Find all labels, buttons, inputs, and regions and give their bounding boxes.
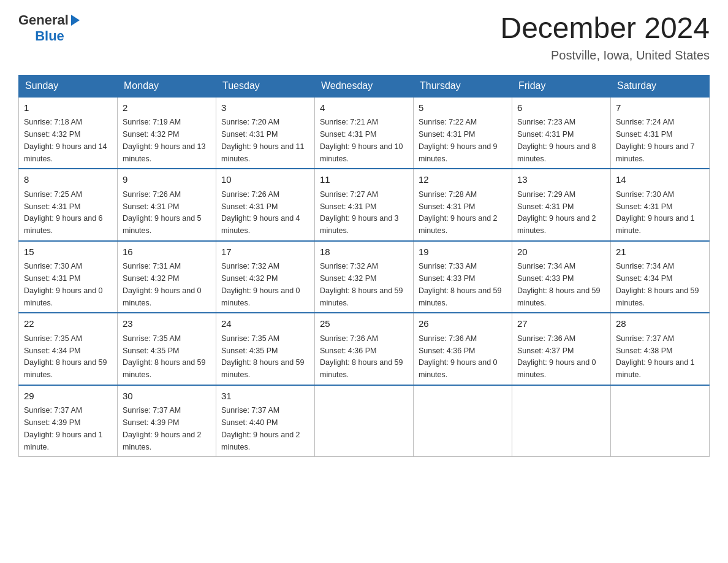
day-number: 25 <box>320 317 408 331</box>
calendar-cell: 21 Sunrise: 7:34 AMSunset: 4:34 PMDaylig… <box>611 241 710 313</box>
calendar-table: Sunday Monday Tuesday Wednesday Thursday… <box>18 75 710 458</box>
day-info: Sunrise: 7:34 AMSunset: 4:34 PMDaylight:… <box>616 262 699 307</box>
page-title: December 2024 <box>500 12 710 45</box>
calendar-cell: 26 Sunrise: 7:36 AMSunset: 4:36 PMDaylig… <box>414 313 512 385</box>
calendar-cell: 20 Sunrise: 7:34 AMSunset: 4:33 PMDaylig… <box>512 241 611 313</box>
calendar-cell: 10 Sunrise: 7:26 AMSunset: 4:31 PMDaylig… <box>216 169 315 241</box>
calendar-cell: 11 Sunrise: 7:27 AMSunset: 4:31 PMDaylig… <box>315 169 414 241</box>
header-tuesday: Tuesday <box>216 75 315 97</box>
day-number: 22 <box>24 317 112 331</box>
day-number: 3 <box>221 101 309 115</box>
calendar-cell: 17 Sunrise: 7:32 AMSunset: 4:32 PMDaylig… <box>216 241 315 313</box>
calendar-cell: 8 Sunrise: 7:25 AMSunset: 4:31 PMDayligh… <box>19 169 118 241</box>
day-number: 5 <box>419 101 507 115</box>
day-number: 12 <box>419 173 507 187</box>
calendar-cell: 12 Sunrise: 7:28 AMSunset: 4:31 PMDaylig… <box>414 169 512 241</box>
day-info: Sunrise: 7:32 AMSunset: 4:32 PMDaylight:… <box>320 262 403 307</box>
logo: General Blue <box>18 12 81 44</box>
calendar-cell: 30 Sunrise: 7:37 AMSunset: 4:39 PMDaylig… <box>118 385 216 457</box>
calendar-cell <box>611 385 710 457</box>
day-number: 31 <box>221 389 309 404</box>
day-info: Sunrise: 7:35 AMSunset: 4:34 PMDaylight:… <box>24 334 107 379</box>
day-number: 20 <box>517 245 605 259</box>
calendar-cell: 31 Sunrise: 7:37 AMSunset: 4:40 PMDaylig… <box>216 385 315 457</box>
day-number: 10 <box>221 173 309 187</box>
day-number: 18 <box>320 245 408 259</box>
calendar-cell: 27 Sunrise: 7:36 AMSunset: 4:37 PMDaylig… <box>512 313 611 385</box>
day-number: 19 <box>419 245 507 259</box>
calendar-cell: 3 Sunrise: 7:20 AMSunset: 4:31 PMDayligh… <box>216 97 315 169</box>
calendar-cell: 1 Sunrise: 7:18 AMSunset: 4:32 PMDayligh… <box>19 97 118 169</box>
day-number: 4 <box>320 101 408 115</box>
day-info: Sunrise: 7:30 AMSunset: 4:31 PMDaylight:… <box>616 190 695 235</box>
day-info: Sunrise: 7:22 AMSunset: 4:31 PMDaylight:… <box>419 118 498 163</box>
calendar-cell: 25 Sunrise: 7:36 AMSunset: 4:36 PMDaylig… <box>315 313 414 385</box>
day-info: Sunrise: 7:36 AMSunset: 4:37 PMDaylight:… <box>517 334 596 379</box>
day-info: Sunrise: 7:35 AMSunset: 4:35 PMDaylight:… <box>123 334 206 379</box>
day-info: Sunrise: 7:36 AMSunset: 4:36 PMDaylight:… <box>320 334 403 379</box>
calendar-cell: 2 Sunrise: 7:19 AMSunset: 4:32 PMDayligh… <box>118 97 216 169</box>
calendar-cell: 23 Sunrise: 7:35 AMSunset: 4:35 PMDaylig… <box>118 313 216 385</box>
day-number: 28 <box>616 317 704 331</box>
day-info: Sunrise: 7:26 AMSunset: 4:31 PMDaylight:… <box>123 190 202 235</box>
day-info: Sunrise: 7:23 AMSunset: 4:31 PMDaylight:… <box>517 118 596 163</box>
calendar-cell: 28 Sunrise: 7:37 AMSunset: 4:38 PMDaylig… <box>611 313 710 385</box>
calendar-cell: 22 Sunrise: 7:35 AMSunset: 4:34 PMDaylig… <box>19 313 118 385</box>
week-row-3: 15 Sunrise: 7:30 AMSunset: 4:31 PMDaylig… <box>19 241 710 313</box>
day-number: 6 <box>517 101 605 115</box>
day-info: Sunrise: 7:26 AMSunset: 4:31 PMDaylight:… <box>221 190 300 235</box>
calendar-cell: 7 Sunrise: 7:24 AMSunset: 4:31 PMDayligh… <box>611 97 710 169</box>
day-info: Sunrise: 7:18 AMSunset: 4:32 PMDaylight:… <box>24 118 107 163</box>
day-info: Sunrise: 7:37 AMSunset: 4:38 PMDaylight:… <box>616 334 695 379</box>
day-info: Sunrise: 7:36 AMSunset: 4:36 PMDaylight:… <box>419 334 498 379</box>
calendar-cell: 15 Sunrise: 7:30 AMSunset: 4:31 PMDaylig… <box>19 241 118 313</box>
day-number: 23 <box>123 317 211 331</box>
weekday-header-row: Sunday Monday Tuesday Wednesday Thursday… <box>19 75 710 97</box>
svg-marker-0 <box>71 15 80 26</box>
day-info: Sunrise: 7:27 AMSunset: 4:31 PMDaylight:… <box>320 190 399 235</box>
day-number: 1 <box>24 101 112 115</box>
calendar-cell: 19 Sunrise: 7:33 AMSunset: 4:33 PMDaylig… <box>414 241 512 313</box>
calendar-cell: 29 Sunrise: 7:37 AMSunset: 4:39 PMDaylig… <box>19 385 118 457</box>
calendar-cell <box>315 385 414 457</box>
day-number: 8 <box>24 173 112 187</box>
calendar-cell <box>512 385 611 457</box>
page-header: General Blue December 2024 Postville, Io… <box>18 12 710 63</box>
day-info: Sunrise: 7:34 AMSunset: 4:33 PMDaylight:… <box>517 262 601 307</box>
day-number: 11 <box>320 173 408 187</box>
day-info: Sunrise: 7:24 AMSunset: 4:31 PMDaylight:… <box>616 118 695 163</box>
logo-triangle-icon <box>69 13 81 27</box>
calendar-cell: 16 Sunrise: 7:31 AMSunset: 4:32 PMDaylig… <box>118 241 216 313</box>
calendar-cell: 9 Sunrise: 7:26 AMSunset: 4:31 PMDayligh… <box>118 169 216 241</box>
week-row-4: 22 Sunrise: 7:35 AMSunset: 4:34 PMDaylig… <box>19 313 710 385</box>
day-info: Sunrise: 7:33 AMSunset: 4:33 PMDaylight:… <box>419 262 502 307</box>
day-number: 2 <box>123 101 211 115</box>
day-number: 14 <box>616 173 704 187</box>
day-info: Sunrise: 7:21 AMSunset: 4:31 PMDaylight:… <box>320 118 403 163</box>
day-info: Sunrise: 7:37 AMSunset: 4:39 PMDaylight:… <box>24 406 103 451</box>
calendar-cell: 14 Sunrise: 7:30 AMSunset: 4:31 PMDaylig… <box>611 169 710 241</box>
day-number: 21 <box>616 245 704 259</box>
day-info: Sunrise: 7:28 AMSunset: 4:31 PMDaylight:… <box>419 190 498 235</box>
day-info: Sunrise: 7:37 AMSunset: 4:40 PMDaylight:… <box>221 406 300 451</box>
calendar-cell: 24 Sunrise: 7:35 AMSunset: 4:35 PMDaylig… <box>216 313 315 385</box>
day-info: Sunrise: 7:19 AMSunset: 4:32 PMDaylight:… <box>123 118 206 163</box>
header-monday: Monday <box>118 75 216 97</box>
logo-text-blue: Blue <box>18 28 81 44</box>
day-info: Sunrise: 7:32 AMSunset: 4:32 PMDaylight:… <box>221 262 300 307</box>
calendar-cell: 4 Sunrise: 7:21 AMSunset: 4:31 PMDayligh… <box>315 97 414 169</box>
day-number: 15 <box>24 245 112 259</box>
header-thursday: Thursday <box>414 75 512 97</box>
header-sunday: Sunday <box>19 75 118 97</box>
week-row-5: 29 Sunrise: 7:37 AMSunset: 4:39 PMDaylig… <box>19 385 710 457</box>
day-number: 30 <box>123 389 211 404</box>
day-info: Sunrise: 7:29 AMSunset: 4:31 PMDaylight:… <box>517 190 596 235</box>
title-block: December 2024 Postville, Iowa, United St… <box>500 12 710 63</box>
calendar-cell: 13 Sunrise: 7:29 AMSunset: 4:31 PMDaylig… <box>512 169 611 241</box>
day-info: Sunrise: 7:20 AMSunset: 4:31 PMDaylight:… <box>221 118 305 163</box>
calendar-cell: 18 Sunrise: 7:32 AMSunset: 4:32 PMDaylig… <box>315 241 414 313</box>
day-number: 16 <box>123 245 211 259</box>
day-number: 27 <box>517 317 605 331</box>
day-info: Sunrise: 7:30 AMSunset: 4:31 PMDaylight:… <box>24 262 103 307</box>
header-saturday: Saturday <box>611 75 710 97</box>
